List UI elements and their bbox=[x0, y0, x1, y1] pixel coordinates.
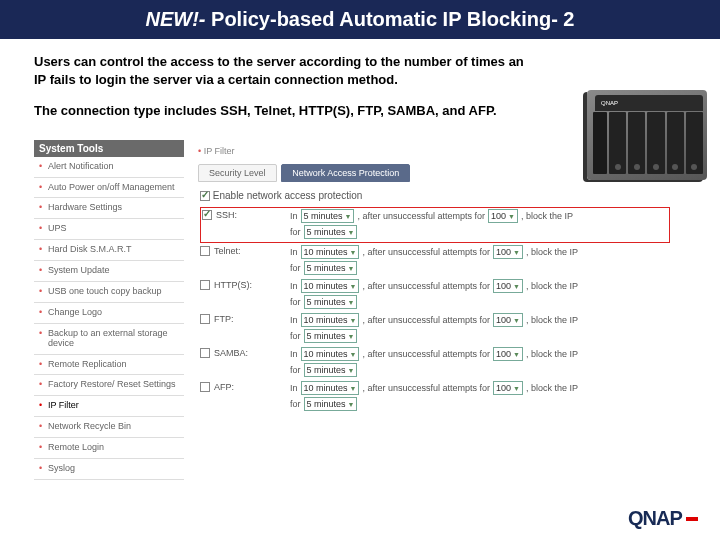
sidebar: System Tools Alert NotificationAuto Powe… bbox=[34, 140, 184, 420]
qnap-logo: QNAP bbox=[628, 507, 698, 530]
duration-select[interactable]: 5 minutes ▼ bbox=[304, 225, 358, 239]
attempts-select[interactable]: 100 ▼ bbox=[493, 245, 523, 259]
protocol-label: AFP: bbox=[214, 382, 234, 392]
duration-line: for5 minutes ▼ bbox=[290, 295, 670, 309]
chevron-down-icon: ▼ bbox=[350, 385, 357, 392]
tab-network-access-protection[interactable]: Network Access Protection bbox=[281, 164, 410, 182]
duration-select[interactable]: 5 minutes ▼ bbox=[304, 329, 358, 343]
chevron-down-icon: ▼ bbox=[348, 401, 355, 408]
protocol-check[interactable]: SAMBA: bbox=[200, 347, 290, 358]
window-select[interactable]: 5 minutes ▼ bbox=[301, 209, 355, 223]
protocol-row: SAMBA:In10 minutes ▼, after unsuccessful… bbox=[200, 347, 670, 379]
chevron-down-icon: ▼ bbox=[513, 317, 520, 324]
attempt-line: In10 minutes ▼, after unsuccessful attem… bbox=[290, 313, 670, 327]
protocol-label: FTP: bbox=[214, 314, 234, 324]
chevron-down-icon: ▼ bbox=[350, 249, 357, 256]
chevron-down-icon: ▼ bbox=[348, 265, 355, 272]
checkbox-icon[interactable] bbox=[202, 210, 212, 220]
sidebar-item[interactable]: Change Logo bbox=[34, 303, 184, 324]
attempts-select[interactable]: 100 ▼ bbox=[493, 279, 523, 293]
duration-line: for5 minutes ▼ bbox=[290, 261, 670, 275]
attempt-line: In10 minutes ▼, after unsuccessful attem… bbox=[290, 279, 670, 293]
tab-security-level[interactable]: Security Level bbox=[198, 164, 277, 182]
duration-line: for5 minutes ▼ bbox=[290, 363, 670, 377]
window-select[interactable]: 10 minutes ▼ bbox=[301, 381, 360, 395]
checkbox-icon[interactable] bbox=[200, 382, 210, 392]
sidebar-item[interactable]: Hardware Settings bbox=[34, 198, 184, 219]
checkbox-icon[interactable] bbox=[200, 314, 210, 324]
protocol-label: Telnet: bbox=[214, 246, 241, 256]
duration-select[interactable]: 5 minutes ▼ bbox=[304, 261, 358, 275]
enable-checkbox[interactable] bbox=[200, 191, 210, 201]
chevron-down-icon: ▼ bbox=[350, 283, 357, 290]
nas-product-image: QNAP bbox=[582, 80, 712, 180]
attempts-select[interactable]: 100 ▼ bbox=[493, 381, 523, 395]
window-select[interactable]: 10 minutes ▼ bbox=[301, 245, 360, 259]
sidebar-item[interactable]: Alert Notification bbox=[34, 157, 184, 178]
chevron-down-icon: ▼ bbox=[513, 249, 520, 256]
sidebar-item[interactable]: USB one touch copy backup bbox=[34, 282, 184, 303]
attempt-line: In5 minutes ▼, after unsuccessful attemp… bbox=[290, 209, 670, 223]
description-2: The connection type includes SSH, Telnet… bbox=[34, 102, 534, 120]
checkbox-icon[interactable] bbox=[200, 348, 210, 358]
protocol-label: SSH: bbox=[216, 210, 237, 220]
chevron-down-icon: ▼ bbox=[348, 367, 355, 374]
duration-select[interactable]: 5 minutes ▼ bbox=[304, 295, 358, 309]
protocol-check[interactable]: HTTP(S): bbox=[200, 279, 290, 290]
admin-panel: System Tools Alert NotificationAuto Powe… bbox=[34, 140, 686, 420]
protocol-row: HTTP(S):In10 minutes ▼, after unsuccessf… bbox=[200, 279, 670, 311]
sidebar-item[interactable]: UPS bbox=[34, 219, 184, 240]
window-select[interactable]: 10 minutes ▼ bbox=[301, 279, 360, 293]
protocol-row: SSH:In5 minutes ▼, after unsuccessful at… bbox=[200, 207, 670, 243]
chevron-down-icon: ▼ bbox=[348, 333, 355, 340]
attempt-line: In10 minutes ▼, after unsuccessful attem… bbox=[290, 381, 670, 395]
checkbox-icon[interactable] bbox=[200, 246, 210, 256]
sidebar-item[interactable]: Syslog bbox=[34, 459, 184, 480]
duration-line: for5 minutes ▼ bbox=[290, 329, 670, 343]
sidebar-item[interactable]: Factory Restore/ Reset Settings bbox=[34, 375, 184, 396]
sidebar-item[interactable]: IP Filter bbox=[34, 396, 184, 417]
chevron-down-icon: ▼ bbox=[513, 351, 520, 358]
chevron-down-icon: ▼ bbox=[350, 351, 357, 358]
chevron-down-icon: ▼ bbox=[345, 213, 352, 220]
checkbox-icon[interactable] bbox=[200, 280, 210, 290]
attempts-select[interactable]: 100 ▼ bbox=[488, 209, 518, 223]
sidebar-header: System Tools bbox=[34, 140, 184, 157]
attempts-select[interactable]: 100 ▼ bbox=[493, 347, 523, 361]
chevron-down-icon: ▼ bbox=[513, 385, 520, 392]
main-pane: IP Filter Security Level Network Access … bbox=[184, 140, 686, 420]
protocol-row: AFP:In10 minutes ▼, after unsuccessful a… bbox=[200, 381, 670, 413]
chevron-down-icon: ▼ bbox=[513, 283, 520, 290]
sidebar-item[interactable]: Hard Disk S.M.A.R.T bbox=[34, 240, 184, 261]
window-select[interactable]: 10 minutes ▼ bbox=[301, 347, 360, 361]
protocol-row: FTP:In10 minutes ▼, after unsuccessful a… bbox=[200, 313, 670, 345]
sidebar-item[interactable]: System Update bbox=[34, 261, 184, 282]
enable-row[interactable]: Enable network access protection bbox=[200, 190, 670, 201]
protocol-label: HTTP(S): bbox=[214, 280, 252, 290]
attempts-select[interactable]: 100 ▼ bbox=[493, 313, 523, 327]
chevron-down-icon: ▼ bbox=[348, 229, 355, 236]
protocol-check[interactable]: AFP: bbox=[200, 381, 290, 392]
protocol-row: Telnet:In10 minutes ▼, after unsuccessfu… bbox=[200, 245, 670, 277]
sidebar-item[interactable]: Remote Login bbox=[34, 438, 184, 459]
protocol-check[interactable]: SSH: bbox=[200, 209, 290, 220]
window-select[interactable]: 10 minutes ▼ bbox=[301, 313, 360, 327]
duration-select[interactable]: 5 minutes ▼ bbox=[304, 363, 358, 377]
duration-line: for5 minutes ▼ bbox=[290, 397, 670, 411]
sidebar-item[interactable]: Auto Power on/off Management bbox=[34, 178, 184, 199]
sidebar-item[interactable]: Remote Replication bbox=[34, 355, 184, 376]
attempt-line: In10 minutes ▼, after unsuccessful attem… bbox=[290, 245, 670, 259]
title-rest: Policy-based Automatic IP Blocking- 2 bbox=[206, 8, 575, 30]
chevron-down-icon: ▼ bbox=[508, 213, 515, 220]
protocol-check[interactable]: Telnet: bbox=[200, 245, 290, 256]
attempt-line: In10 minutes ▼, after unsuccessful attem… bbox=[290, 347, 670, 361]
slide-title: NEW!- Policy-based Automatic IP Blocking… bbox=[0, 0, 720, 39]
sidebar-item[interactable]: Network Recycle Bin bbox=[34, 417, 184, 438]
sidebar-item[interactable]: Backup to an external storage device bbox=[34, 324, 184, 355]
title-new: NEW!- bbox=[146, 8, 206, 30]
chevron-down-icon: ▼ bbox=[350, 317, 357, 324]
protocol-check[interactable]: FTP: bbox=[200, 313, 290, 324]
duration-select[interactable]: 5 minutes ▼ bbox=[304, 397, 358, 411]
protocol-label: SAMBA: bbox=[214, 348, 248, 358]
description-1: Users can control the access to the serv… bbox=[34, 53, 534, 88]
